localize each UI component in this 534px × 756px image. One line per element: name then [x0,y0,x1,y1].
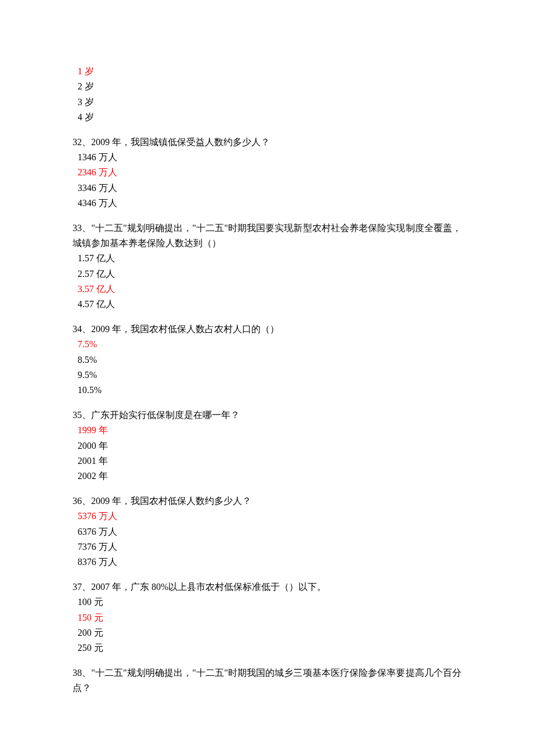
question-31: 1 岁 2 岁 3 岁 4 岁 [73,64,461,125]
option: 4 岁 [73,110,461,125]
question-stem: 32、2009 年，我国城镇低保受益人数约多少人？ [73,135,461,150]
option: 2001 年 [73,453,461,469]
option: 1999 年 [73,423,461,438]
option: 7376 万人 [73,539,461,555]
question-37: 37、2007 年，广东 80%以上县市农村低保标准低于（）以下。 100 元 … [73,579,461,656]
option: 1346 万人 [73,150,461,165]
question-35: 35、广东开始实行低保制度是在哪一年？ 1999 年 2000 年 2001 年… [73,408,461,484]
option: 4.57 亿人 [73,297,461,312]
option: 3.57 亿人 [73,282,461,297]
question-33: 33、"十二五"规划明确提出，"十二五"时期我国要实现新型农村社会养老保险实现制… [73,221,461,312]
option: 2.57 亿人 [73,267,461,282]
option: 150 元 [73,610,461,625]
option: 2000 年 [73,438,461,453]
option: 4346 万人 [73,196,461,211]
question-36: 36、2009 年，我国农村低保人数约多少人？ 5376 万人 6376 万人 … [73,494,461,570]
question-32: 32、2009 年，我国城镇低保受益人数约多少人？ 1346 万人 2346 万… [73,135,461,211]
document-page: 1 岁 2 岁 3 岁 4 岁 32、2009 年，我国城镇低保受益人数约多少人… [0,0,534,740]
option: 1.57 亿人 [73,251,461,266]
option: 2002 年 [73,469,461,484]
question-stem: 34、2009 年，我国农村低保人数占农村人口的（） [73,322,461,337]
question-stem: 38、"十二五"规划明确提出，"十二五"时期我国的城乡三项基本医疗保险参保率要提… [73,665,461,696]
option: 250 元 [73,640,461,656]
option: 9.5% [73,368,461,383]
question-stem: 36、2009 年，我国农村低保人数约多少人？ [73,494,461,509]
option: 7.5% [73,337,461,352]
option: 2346 万人 [73,165,461,180]
option: 3346 万人 [73,181,461,196]
option: 8.5% [73,352,461,368]
option: 10.5% [73,383,461,398]
question-stem: 37、2007 年，广东 80%以上县市农村低保标准低于（）以下。 [73,579,461,595]
option: 200 元 [73,625,461,640]
option: 8376 万人 [73,555,461,570]
option: 1 岁 [73,64,461,79]
option: 2 岁 [73,79,461,94]
option: 5376 万人 [73,509,461,524]
option: 3 岁 [73,95,461,110]
question-stem: 33、"十二五"规划明确提出，"十二五"时期我国要实现新型农村社会养老保险实现制… [73,221,461,251]
question-34: 34、2009 年，我国农村低保人数占农村人口的（） 7.5% 8.5% 9.5… [73,322,461,398]
option: 6376 万人 [73,524,461,539]
option: 100 元 [73,595,461,610]
question-stem: 35、广东开始实行低保制度是在哪一年？ [73,408,461,423]
question-38: 38、"十二五"规划明确提出，"十二五"时期我国的城乡三项基本医疗保险参保率要提… [73,665,461,696]
